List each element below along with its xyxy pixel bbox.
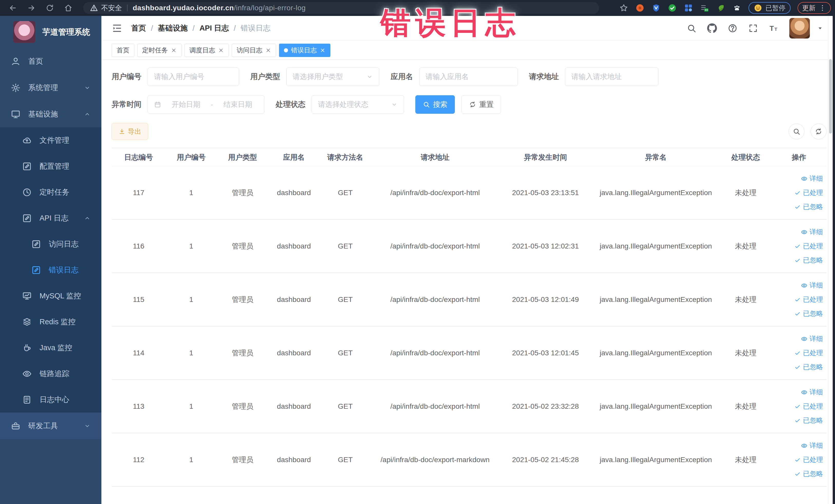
sidebar-item-13[interactable]: 日志中心 [0,387,101,412]
extension-grid-icon[interactable] [684,3,693,13]
github-icon[interactable] [707,23,717,33]
action-详细[interactable]: 详细 [801,388,823,397]
user-id-input[interactable] [148,67,239,86]
sidebar-item-11[interactable]: Java 监控 [0,335,101,361]
app-name-input-field[interactable] [426,73,511,81]
tab-1[interactable]: 定时任务 [137,44,182,57]
end-date-placeholder[interactable]: 结束日期 [218,100,258,109]
page-scrollbar[interactable] [828,16,833,504]
breadcrumb-item[interactable]: 首页 [131,23,146,33]
action-详细[interactable]: 详细 [801,227,823,237]
toggle-search-button[interactable] [789,123,805,139]
sidebar-item-10[interactable]: Redis 监控 [0,309,101,335]
request-url-input-field[interactable] [571,73,652,81]
caret-down-icon[interactable] [817,25,823,31]
status-select[interactable]: 请选择处理状态 [312,95,404,114]
action-已处理[interactable]: 已处理 [794,455,823,464]
sidebar-item-7[interactable]: 访问日志 [0,231,101,257]
extension-onoff-icon[interactable] [700,3,709,13]
user-avatar[interactable] [789,18,810,39]
extension-leaf-icon[interactable] [716,3,726,13]
tab-2[interactable]: 调度日志 [185,44,229,57]
action-已忽略[interactable]: 已忽略 [794,256,823,265]
hamburger-icon[interactable] [111,23,122,34]
action-已忽略[interactable]: 已忽略 [794,416,823,425]
tab-4[interactable]: 错误日志 [279,44,330,57]
sidebar-item-2[interactable]: 基础设施 [0,101,101,127]
action-已忽略[interactable]: 已忽略 [794,469,823,478]
user-id-input-field[interactable] [154,73,232,81]
page-url[interactable]: dashboard.yudao.iocoder.cn/infra/log/api… [133,4,306,12]
browser-home-button[interactable] [63,2,74,14]
profile-paused-button[interactable]: 已暂停 [749,2,791,14]
eye-icon [801,175,808,182]
fullscreen-icon[interactable] [748,23,758,33]
refresh-table-button[interactable] [811,123,827,139]
action-已处理[interactable]: 已处理 [794,295,823,304]
extension-shield-icon[interactable] [651,3,661,13]
close-icon[interactable] [171,47,177,53]
sidebar-item-8[interactable]: 错误日志 [0,257,101,283]
breadcrumb-item[interactable]: API 日志 [200,23,229,33]
column-header-userid: 用户编号 [166,153,217,162]
action-已忽略[interactable]: 已忽略 [794,309,823,318]
breadcrumb-item[interactable]: 基础设施 [158,23,188,33]
action-详细[interactable]: 详细 [801,441,823,450]
date-range-picker[interactable]: 开始日期 - 结束日期 [148,95,264,114]
breadcrumb-item: 错误日志 [241,23,270,33]
browser-reload-button[interactable] [44,2,56,14]
user-type-select[interactable]: 请选择用户类型 [286,67,380,86]
tab-0[interactable]: 首页 [111,44,134,57]
sidebar-item-1[interactable]: 系统管理 [0,75,101,101]
font-size-icon[interactable]: TT [769,23,778,33]
action-已处理[interactable]: 已处理 [794,242,823,250]
sidebar-logo[interactable]: 芋道管理系统 [0,16,101,48]
cell-log_id: 114 [111,349,166,357]
action-详细[interactable]: 详细 [801,281,823,290]
browser-forward-button[interactable] [26,2,37,14]
reset-button[interactable]: 重置 [462,95,501,114]
chevron-down-icon [366,74,373,80]
action-已处理[interactable]: 已处理 [794,188,823,197]
row-actions: 详细已处理已忽略 [771,334,827,371]
sidebar-item-12[interactable]: 链路追踪 [0,361,101,387]
start-date-placeholder[interactable]: 开始日期 [166,100,206,109]
active-tab-dot [284,48,288,53]
sidebar-item-4[interactable]: 配置管理 [0,153,101,179]
extension-paw-icon[interactable] [732,3,741,13]
sidebar-item-0[interactable]: 首页 [0,48,101,75]
sidebar-item-5[interactable]: 定时任务 [0,179,101,205]
sidebar-item-3[interactable]: 文件管理 [0,127,101,153]
sidebar-item-label: Java 监控 [40,343,72,353]
app-name-input[interactable] [419,67,518,86]
extension-orange-icon[interactable] [635,3,645,13]
action-已忽略[interactable]: 已忽略 [794,363,823,371]
tab-3[interactable]: 访问日志 [232,44,276,57]
browser-update-button[interactable]: 更新 [797,2,831,14]
action-已忽略[interactable]: 已忽略 [794,202,823,211]
sidebar-item-6[interactable]: API 日志 [0,205,101,231]
search-icon[interactable] [687,23,696,33]
address-bar[interactable]: 不安全 dashboard.yudao.iocoder.cn/infra/log… [83,2,599,14]
scrollbar-thumb[interactable] [829,59,832,134]
action-详细[interactable]: 详细 [801,334,823,343]
help-icon[interactable] [728,23,737,33]
export-button[interactable]: 导出 [111,123,148,140]
close-icon[interactable] [218,47,224,53]
sidebar-item-9[interactable]: MySQL 监控 [0,283,101,309]
security-label[interactable]: 不安全 [101,3,122,13]
browser-back-button[interactable] [7,2,19,14]
action-已处理[interactable]: 已处理 [794,402,823,411]
error-log-table: 日志编号用户编号用户类型应用名请求方法名请求地址异常发生时间异常名处理状态操作 … [111,148,827,487]
sidebar-item-14[interactable]: 研发工具 [0,412,101,439]
search-button[interactable]: 搜索 [415,95,455,114]
bookmark-star-icon[interactable] [619,3,628,13]
sidebar-item-label: Redis 监控 [40,317,76,327]
close-icon[interactable] [320,47,325,53]
action-已处理[interactable]: 已处理 [794,348,823,357]
close-icon[interactable] [265,47,271,53]
window-edge [833,16,835,504]
extension-green-check-icon[interactable] [668,3,677,13]
request-url-input[interactable] [565,67,658,86]
action-详细[interactable]: 详细 [801,174,823,183]
